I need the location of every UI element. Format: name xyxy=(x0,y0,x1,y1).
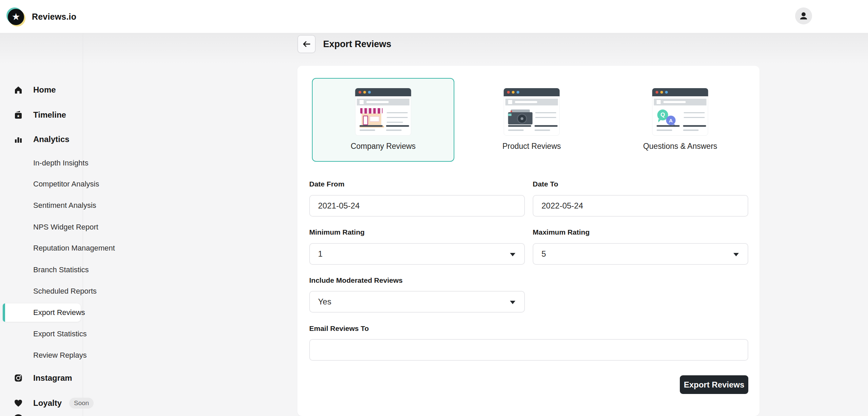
reviews-io-app: ★ Reviews.io Home xyxy=(0,0,868,416)
sidebar-item-in-depth-insights[interactable]: In-depth Insights xyxy=(0,158,83,168)
include-moderated-select[interactable]: Yes xyxy=(309,291,525,313)
sidebar-item-scheduled-reports[interactable]: Scheduled Reports xyxy=(0,286,83,296)
sidebar-item-branch-statistics[interactable]: Branch Statistics xyxy=(0,265,83,275)
a-bubble-icon: A xyxy=(666,116,676,125)
sidebar-item-review-replays[interactable]: Review Replays xyxy=(0,350,83,360)
sidebar-item-export-statistics[interactable]: Export Statistics xyxy=(0,329,83,339)
brand-name: Reviews.io xyxy=(32,12,76,22)
export-type-cards: Company Reviews xyxy=(312,78,751,162)
star-icon: ★ xyxy=(8,9,24,25)
chevron-down-icon xyxy=(510,253,515,256)
sidebar-item-home[interactable]: Home xyxy=(0,83,83,97)
svg-text:★: ★ xyxy=(17,114,20,118)
partial-sidebar-icon xyxy=(14,414,23,416)
analytics-icon xyxy=(14,135,23,144)
sidebar-item-instagram[interactable]: Instagram xyxy=(0,371,83,385)
sidebar-item-reputation-management[interactable]: Reputation Management xyxy=(0,243,83,253)
maximum-rating-label: Maximum Rating xyxy=(533,228,590,236)
body-area: Home ★ Timeline xyxy=(0,33,868,416)
sidebar-item-sentiment-analysis[interactable]: Sentiment Analysis xyxy=(0,200,83,211)
camera-illustration xyxy=(504,88,560,136)
home-icon xyxy=(14,85,23,95)
page-title: Export Reviews xyxy=(323,39,391,49)
top-bar: ★ Reviews.io xyxy=(0,0,868,33)
sidebar-item-analytics[interactable]: Analytics xyxy=(0,133,83,146)
sidebar-item-nps-widget-report[interactable]: NPS Widget Report xyxy=(0,222,83,232)
include-moderated-label: Include Moderated Reviews xyxy=(309,276,402,284)
reviews-io-logo: ★ xyxy=(7,8,24,25)
card-company-reviews[interactable]: Company Reviews xyxy=(312,78,454,162)
sidebar-item-loyalty[interactable]: Loyalty Soon xyxy=(0,396,83,410)
sidebar-item-timeline[interactable]: ★ Timeline xyxy=(0,108,83,122)
card-product-reviews[interactable]: Product Reviews xyxy=(460,78,603,162)
export-reviews-button[interactable]: Export Reviews xyxy=(680,375,748,394)
soon-badge: Soon xyxy=(69,398,94,409)
minimum-rating-label: Minimum Rating xyxy=(309,228,364,236)
storefront-illustration xyxy=(355,88,411,136)
heart-icon xyxy=(14,398,23,408)
date-from-input[interactable] xyxy=(309,195,525,217)
timeline-icon: ★ xyxy=(14,110,23,120)
qa-bubbles-illustration: Q A xyxy=(652,88,708,136)
date-from-label: Date From xyxy=(309,180,344,188)
arrow-left-icon xyxy=(301,39,312,49)
card-questions-answers[interactable]: Q A Questions & Answers xyxy=(609,78,751,162)
date-to-input[interactable] xyxy=(533,195,748,217)
chevron-down-icon xyxy=(733,253,739,256)
sidebar: Home ★ Timeline xyxy=(0,33,83,416)
email-reviews-to-label: Email Reviews To xyxy=(309,324,369,333)
maximum-rating-select[interactable]: 5 xyxy=(533,243,748,265)
brand[interactable]: ★ Reviews.io xyxy=(7,8,76,25)
instagram-icon xyxy=(14,373,23,383)
export-reviews-panel: Company Reviews xyxy=(297,66,760,416)
page-header: Export Reviews xyxy=(297,35,391,53)
email-reviews-to-input[interactable] xyxy=(309,339,748,361)
sidebar-item-export-reviews[interactable]: Export Reviews xyxy=(0,308,83,318)
minimum-rating-select[interactable]: 1 xyxy=(309,243,525,265)
person-icon xyxy=(798,11,809,21)
sidebar-item-competitor-analysis[interactable]: Competitor Analysis xyxy=(0,179,83,189)
chevron-down-icon xyxy=(510,301,515,304)
date-to-label: Date To xyxy=(533,180,558,188)
back-button[interactable] xyxy=(297,35,316,53)
user-avatar[interactable] xyxy=(795,7,812,24)
